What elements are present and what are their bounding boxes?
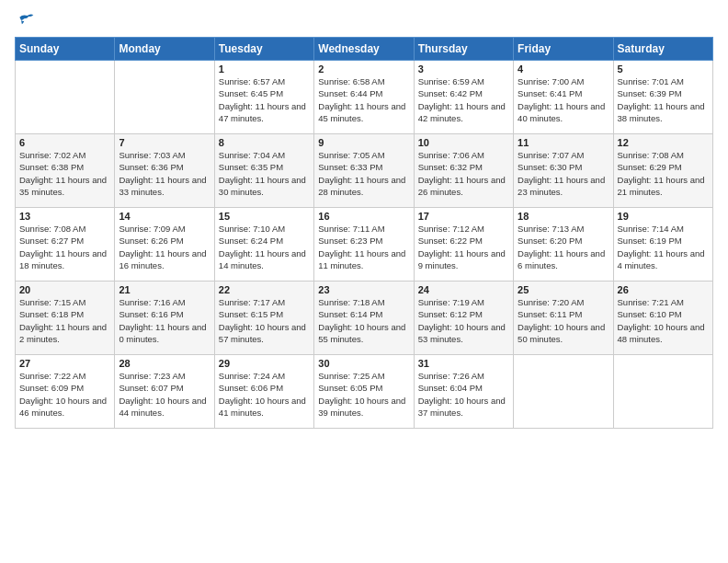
calendar-cell: 28Sunrise: 7:23 AMSunset: 6:07 PMDayligh… xyxy=(115,355,214,429)
cell-line: Sunset: 6:15 PM xyxy=(219,308,310,320)
cell-line: Sunset: 6:29 PM xyxy=(618,161,709,173)
calendar-cell: 16Sunrise: 7:11 AMSunset: 6:23 PMDayligh… xyxy=(314,208,414,282)
cell-line: Daylight: 11 hours and 33 minutes. xyxy=(119,174,210,199)
cell-content: Sunrise: 7:12 AMSunset: 6:22 PMDaylight:… xyxy=(418,223,509,271)
cell-line: Sunset: 6:32 PM xyxy=(418,161,509,173)
cell-line: Daylight: 10 hours and 48 minutes. xyxy=(618,321,709,346)
day-number: 14 xyxy=(119,211,210,222)
calendar-cell: 31Sunrise: 7:26 AMSunset: 6:04 PMDayligh… xyxy=(414,355,513,429)
cell-line: Daylight: 11 hours and 21 minutes. xyxy=(618,174,709,199)
day-number: 26 xyxy=(618,284,709,295)
cell-line: Daylight: 11 hours and 16 minutes. xyxy=(119,247,210,272)
cell-line: Sunrise: 7:22 AM xyxy=(19,370,110,382)
calendar-cell xyxy=(115,61,214,134)
cell-line: Sunset: 6:26 PM xyxy=(119,235,210,247)
cell-line: Daylight: 11 hours and 2 minutes. xyxy=(19,321,110,346)
cell-line: Sunset: 6:05 PM xyxy=(318,382,409,394)
cell-content: Sunrise: 7:05 AMSunset: 6:33 PMDaylight:… xyxy=(318,149,409,198)
day-number: 30 xyxy=(318,358,409,369)
cell-line: Sunset: 6:45 PM xyxy=(219,87,310,99)
cell-line: Sunrise: 6:59 AM xyxy=(418,75,509,87)
cell-line: Sunset: 6:39 PM xyxy=(618,87,709,99)
day-number: 19 xyxy=(618,211,709,222)
cell-line: Sunrise: 7:21 AM xyxy=(618,296,709,308)
cell-content: Sunrise: 7:04 AMSunset: 6:35 PMDaylight:… xyxy=(219,149,310,198)
cell-line: Sunrise: 7:11 AM xyxy=(318,223,409,235)
calendar-cell: 20Sunrise: 7:15 AMSunset: 6:18 PMDayligh… xyxy=(16,282,115,355)
cell-line: Sunrise: 7:04 AM xyxy=(219,149,310,161)
cell-line: Daylight: 10 hours and 44 minutes. xyxy=(119,395,210,419)
cell-line: Sunset: 6:22 PM xyxy=(418,235,509,247)
calendar-day-header: Thursday xyxy=(414,38,513,61)
cell-content: Sunrise: 7:25 AMSunset: 6:05 PMDaylight:… xyxy=(318,370,409,419)
calendar-cell: 15Sunrise: 7:10 AMSunset: 6:24 PMDayligh… xyxy=(214,208,313,282)
day-number: 29 xyxy=(219,358,310,369)
cell-line: Sunrise: 7:07 AM xyxy=(518,149,609,161)
cell-line: Sunset: 6:30 PM xyxy=(518,161,609,173)
calendar-cell xyxy=(514,355,613,429)
calendar-cell: 18Sunrise: 7:13 AMSunset: 6:20 PMDayligh… xyxy=(514,208,613,282)
cell-line: Daylight: 11 hours and 26 minutes. xyxy=(418,174,509,199)
cell-line: Sunrise: 7:09 AM xyxy=(119,223,210,235)
cell-content: Sunrise: 6:57 AMSunset: 6:45 PMDaylight:… xyxy=(219,75,310,124)
cell-content: Sunrise: 7:15 AMSunset: 6:18 PMDaylight:… xyxy=(19,296,110,345)
day-number: 10 xyxy=(418,137,509,148)
day-number: 20 xyxy=(19,284,110,295)
header xyxy=(15,11,713,29)
day-number: 6 xyxy=(19,137,110,148)
cell-line: Daylight: 10 hours and 55 minutes. xyxy=(318,321,409,346)
day-number: 5 xyxy=(618,63,709,75)
cell-line: Sunrise: 7:24 AM xyxy=(219,370,310,382)
calendar-cell: 13Sunrise: 7:08 AMSunset: 6:27 PMDayligh… xyxy=(16,208,115,282)
cell-line: Sunset: 6:38 PM xyxy=(19,161,110,173)
cell-line: Sunrise: 7:03 AM xyxy=(119,149,210,161)
calendar-day-header: Sunday xyxy=(16,38,115,61)
calendar-week-row: 27Sunrise: 7:22 AMSunset: 6:09 PMDayligh… xyxy=(16,355,713,429)
cell-content: Sunrise: 7:07 AMSunset: 6:30 PMDaylight:… xyxy=(518,149,609,198)
calendar-cell: 12Sunrise: 7:08 AMSunset: 6:29 PMDayligh… xyxy=(613,134,712,208)
cell-line: Sunrise: 7:12 AM xyxy=(418,223,509,235)
cell-line: Daylight: 11 hours and 47 minutes. xyxy=(219,100,310,125)
calendar-cell: 25Sunrise: 7:20 AMSunset: 6:11 PMDayligh… xyxy=(514,282,613,355)
calendar-cell: 4Sunrise: 7:00 AMSunset: 6:41 PMDaylight… xyxy=(514,61,613,134)
day-number: 4 xyxy=(518,63,609,75)
cell-line: Daylight: 11 hours and 9 minutes. xyxy=(418,247,509,272)
cell-line: Daylight: 10 hours and 53 minutes. xyxy=(418,321,509,346)
cell-content: Sunrise: 7:00 AMSunset: 6:41 PMDaylight:… xyxy=(518,75,609,124)
calendar-cell: 9Sunrise: 7:05 AMSunset: 6:33 PMDaylight… xyxy=(314,134,414,208)
calendar-day-header: Monday xyxy=(115,38,214,61)
cell-content: Sunrise: 7:14 AMSunset: 6:19 PMDaylight:… xyxy=(618,223,709,271)
calendar-cell: 5Sunrise: 7:01 AMSunset: 6:39 PMDaylight… xyxy=(613,61,712,134)
day-number: 11 xyxy=(518,137,609,148)
calendar-cell: 14Sunrise: 7:09 AMSunset: 6:26 PMDayligh… xyxy=(115,208,214,282)
cell-line: Sunset: 6:41 PM xyxy=(518,87,609,99)
cell-line: Sunrise: 7:05 AM xyxy=(318,149,409,161)
calendar-cell: 2Sunrise: 6:58 AMSunset: 6:44 PMDaylight… xyxy=(314,61,414,134)
calendar-cell: 11Sunrise: 7:07 AMSunset: 6:30 PMDayligh… xyxy=(514,134,613,208)
cell-line: Sunset: 6:27 PM xyxy=(19,235,110,247)
day-number: 27 xyxy=(19,358,110,369)
cell-line: Sunrise: 6:57 AM xyxy=(219,75,310,87)
cell-line: Sunrise: 7:20 AM xyxy=(518,296,609,308)
cell-content: Sunrise: 7:26 AMSunset: 6:04 PMDaylight:… xyxy=(418,370,509,419)
cell-line: Sunrise: 7:18 AM xyxy=(318,296,409,308)
calendar-cell xyxy=(16,61,115,134)
cell-line: Daylight: 10 hours and 41 minutes. xyxy=(219,395,310,419)
cell-line: Sunset: 6:35 PM xyxy=(219,161,310,173)
cell-line: Sunset: 6:42 PM xyxy=(418,87,509,99)
cell-line: Daylight: 11 hours and 11 minutes. xyxy=(318,247,409,272)
cell-content: Sunrise: 7:02 AMSunset: 6:38 PMDaylight:… xyxy=(19,149,110,198)
cell-line: Sunrise: 7:13 AM xyxy=(518,223,609,235)
cell-line: Sunrise: 7:26 AM xyxy=(418,370,509,382)
calendar-cell: 3Sunrise: 6:59 AMSunset: 6:42 PMDaylight… xyxy=(414,61,513,134)
cell-content: Sunrise: 7:19 AMSunset: 6:12 PMDaylight:… xyxy=(418,296,509,345)
cell-line: Sunset: 6:11 PM xyxy=(518,308,609,320)
cell-line: Sunset: 6:44 PM xyxy=(318,87,409,99)
day-number: 31 xyxy=(418,358,509,369)
day-number: 3 xyxy=(418,63,509,75)
calendar-cell: 7Sunrise: 7:03 AMSunset: 6:36 PMDaylight… xyxy=(115,134,214,208)
calendar-cell: 23Sunrise: 7:18 AMSunset: 6:14 PMDayligh… xyxy=(314,282,414,355)
page: SundayMondayTuesdayWednesdayThursdayFrid… xyxy=(0,0,728,436)
day-number: 21 xyxy=(119,284,210,295)
day-number: 16 xyxy=(318,211,409,222)
